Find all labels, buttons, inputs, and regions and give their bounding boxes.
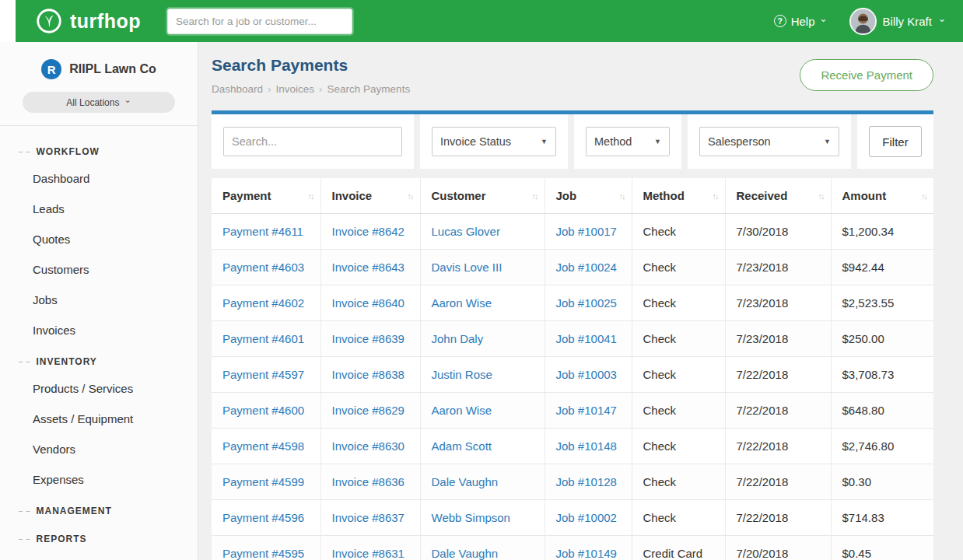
breadcrumb-dashboard[interactable]: Dashboard xyxy=(212,83,271,95)
table-cell-link[interactable]: Job #10041 xyxy=(556,332,617,345)
table-cell-link[interactable]: Payment #4595 xyxy=(222,547,304,560)
sidebar-item-quotes[interactable]: Quotes xyxy=(0,224,198,254)
sidebar-item-products-services[interactable]: Products / Services xyxy=(0,373,198,404)
table-cell-link[interactable]: Invoice #8639 xyxy=(332,332,404,345)
table-cell-link[interactable]: Davis Love III xyxy=(432,261,503,274)
table-cell: John Daly xyxy=(420,321,545,357)
global-search-input[interactable] xyxy=(167,9,352,34)
sidebar-item-vendors[interactable]: Vendors xyxy=(0,434,198,464)
table-cell: Job #10041 xyxy=(545,321,632,357)
sort-icon xyxy=(619,191,625,201)
table-cell-link[interactable]: Invoice #8638 xyxy=(332,368,404,381)
user-menu[interactable]: Billy Kraft xyxy=(835,8,946,35)
table-cell-link[interactable]: Payment #4611 xyxy=(222,225,303,238)
column-header-received[interactable]: Received xyxy=(725,178,831,214)
table-cell-link[interactable]: Payment #4601 xyxy=(222,332,304,345)
sidebar-section-workflow[interactable]: WORKFLOW xyxy=(0,135,198,163)
sidebar-section-management[interactable]: MANAGEMENT xyxy=(0,495,198,523)
user-name: Billy Kraft xyxy=(883,15,932,28)
sidebar-item-leads[interactable]: Leads xyxy=(0,194,198,224)
sidebar-item-dashboard[interactable]: Dashboard xyxy=(0,163,198,194)
method-select[interactable]: Method xyxy=(586,127,670,156)
receive-payment-button[interactable]: Receive Payment xyxy=(800,59,933,91)
turfhop-logo[interactable]: turfhop xyxy=(34,6,141,36)
table-cell-link[interactable]: Webb Simpson xyxy=(432,511,510,524)
table-cell: Check xyxy=(632,250,725,285)
table-cell-link[interactable]: Job #10017 xyxy=(556,225,617,238)
table-cell-link[interactable]: Adam Scott xyxy=(432,439,492,453)
table-cell-link[interactable]: Invoice #8643 xyxy=(332,261,404,274)
table-cell-link[interactable]: Payment #4602 xyxy=(222,296,304,310)
breadcrumb: Dashboard Invoices Search Payments xyxy=(212,83,410,95)
table-cell-link[interactable]: Aaron Wise xyxy=(432,404,492,417)
help-menu[interactable]: Help xyxy=(774,15,828,28)
table-cell: 7/22/2018 xyxy=(725,357,831,393)
table-cell-link[interactable]: Payment #4603 xyxy=(222,261,304,274)
table-cell-link[interactable]: Invoice #8636 xyxy=(332,475,404,488)
table-cell-link[interactable]: Job #10147 xyxy=(556,404,617,417)
table-cell-link[interactable]: Dale Vaughn xyxy=(432,475,499,488)
locations-dropdown[interactable]: All Locations xyxy=(23,92,175,113)
column-header-invoice[interactable]: Invoice xyxy=(320,178,420,214)
table-cell-link[interactable]: Dale Vaughn xyxy=(432,547,499,560)
table-cell-link[interactable]: Payment #4598 xyxy=(222,439,304,453)
table-cell-text: Check xyxy=(643,296,677,310)
sidebar-item-jobs[interactable]: Jobs xyxy=(0,285,198,315)
table-cell-link[interactable]: Invoice #8631 xyxy=(332,547,404,560)
payments-search-input[interactable] xyxy=(223,127,402,156)
table-cell-link[interactable]: Invoice #8637 xyxy=(332,511,404,524)
table-cell-link[interactable]: Payment #4599 xyxy=(222,475,304,488)
table-cell-link[interactable]: Invoice #8642 xyxy=(332,225,404,238)
table-cell: Davis Love III xyxy=(420,250,545,285)
payments-table: Payment Invoice Customer Job xyxy=(212,178,933,560)
table-cell-link[interactable]: Payment #4597 xyxy=(222,368,304,381)
sidebar-item-customers[interactable]: Customers xyxy=(0,254,198,285)
table-cell-text: 7/23/2018 xyxy=(737,261,789,274)
table-cell: Payment #4600 xyxy=(212,393,320,429)
breadcrumb-invoices[interactable]: Invoices xyxy=(276,83,323,95)
tree-dash-icon xyxy=(19,507,31,515)
sidebar-item-invoices[interactable]: Invoices xyxy=(0,315,198,345)
table-cell-link[interactable]: John Daly xyxy=(432,332,484,345)
table-cell-link[interactable]: Invoice #8640 xyxy=(332,296,404,310)
table-cell-link[interactable]: Invoice #8630 xyxy=(332,439,404,453)
sidebar-section-inventory[interactable]: INVENTORY xyxy=(0,345,198,373)
table-cell-link[interactable]: Justin Rose xyxy=(432,368,492,381)
locations-label: All Locations xyxy=(66,97,119,108)
tree-dash-icon xyxy=(19,358,31,366)
salesperson-select[interactable]: Salesperson xyxy=(699,127,839,156)
sort-icon xyxy=(408,191,413,201)
table-cell-link[interactable]: Invoice #8629 xyxy=(332,404,404,417)
filter-button[interactable]: Filter xyxy=(869,126,922,157)
table-cell-link[interactable]: Lucas Glover xyxy=(432,225,500,238)
sort-icon xyxy=(818,191,824,201)
column-header-amount[interactable]: Amount xyxy=(831,178,933,214)
table-cell-link[interactable]: Aaron Wise xyxy=(432,296,492,310)
table-cell: $2,746.80 xyxy=(831,429,933,464)
table-row: Payment #4598Invoice #8630Adam ScottJob … xyxy=(212,429,933,464)
table-cell: Job #10002 xyxy=(545,500,632,536)
section-label: REPORTS xyxy=(37,534,87,544)
sidebar-item-assets-equipment[interactable]: Assets / Equipment xyxy=(0,404,198,434)
column-header-method[interactable]: Method xyxy=(632,178,725,214)
column-header-job[interactable]: Job xyxy=(545,178,632,214)
table-cell: Check xyxy=(632,321,725,357)
table-cell-link[interactable]: Payment #4600 xyxy=(222,404,304,417)
table-cell-link[interactable]: Job #10003 xyxy=(556,368,617,381)
table-cell-link[interactable]: Job #10149 xyxy=(556,547,617,560)
table-cell-link[interactable]: Job #10024 xyxy=(556,261,617,274)
page-header: Search Payments Dashboard Invoices Searc… xyxy=(212,56,933,95)
table-cell-link[interactable]: Job #10002 xyxy=(556,511,617,524)
table-cell-link[interactable]: Job #10025 xyxy=(556,296,617,310)
table-cell-link[interactable]: Job #10128 xyxy=(556,475,617,488)
sidebar-section-reports[interactable]: REPORTS xyxy=(0,523,198,551)
column-header-payment[interactable]: Payment xyxy=(212,178,320,214)
table-cell-link[interactable]: Payment #4596 xyxy=(222,511,304,524)
sidebar-item-expenses[interactable]: Expenses xyxy=(0,464,198,495)
table-cell: Payment #4599 xyxy=(212,464,320,500)
column-header-customer[interactable]: Customer xyxy=(420,178,545,214)
invoice-status-select[interactable]: Invoice Status xyxy=(432,127,556,156)
table-cell-link[interactable]: Job #10148 xyxy=(556,439,617,453)
column-label: Job xyxy=(556,189,577,202)
table-cell: Aaron Wise xyxy=(420,393,545,429)
